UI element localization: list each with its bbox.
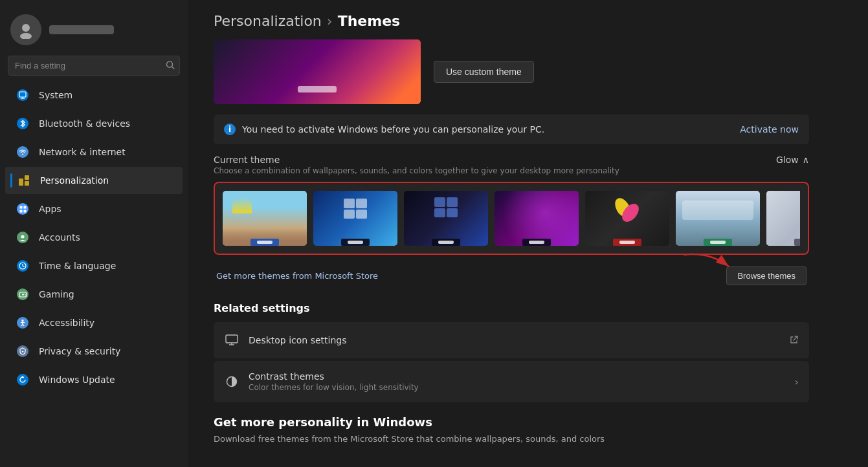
svg-rect-30: [344, 199, 355, 208]
search-input[interactable]: [8, 56, 180, 76]
settings-item-left-desktop: Desktop icon settings: [224, 332, 347, 348]
related-settings-section: Related settings Desktop icon settings: [214, 302, 809, 402]
browse-themes-button[interactable]: Browse themes: [726, 266, 807, 285]
theme-preview-flower: [585, 191, 669, 246]
sidebar-item-update[interactable]: Windows Update: [5, 366, 183, 393]
svg-rect-13: [19, 210, 22, 212]
nav-menu: System Bluetooth & devices: [0, 81, 188, 394]
theme-card-win11[interactable]: [313, 191, 397, 246]
breadcrumb: Personalization › Themes: [214, 13, 809, 29]
current-theme-title: Current theme: [214, 155, 619, 165]
svg-rect-34: [434, 197, 445, 207]
svg-rect-37: [447, 208, 458, 217]
current-theme-action[interactable]: Glow ∧: [776, 155, 809, 165]
taskbar-flower: [613, 239, 641, 246]
sidebar-item-label-accessibility: Accessibility: [39, 318, 95, 328]
current-theme-header: Current theme Choose a combination of wa…: [214, 155, 809, 175]
theme-card-beach[interactable]: [223, 191, 307, 246]
current-theme-title-area: Current theme Choose a combination of wa…: [214, 155, 619, 175]
taskbar-win11: [341, 239, 370, 246]
get-more-themes-text[interactable]: Get more themes from Microsoft Store: [216, 271, 378, 281]
contrast-label: Contrast themes: [249, 371, 419, 382]
svg-rect-9: [25, 175, 29, 180]
taskbar-water: [704, 239, 732, 246]
svg-rect-11: [19, 206, 22, 208]
current-theme-name: Glow: [776, 155, 799, 165]
svg-point-23: [25, 294, 25, 295]
get-personality-title: Get more personality in Windows: [214, 415, 809, 429]
activation-notice-left: i You need to activate Windows before yo…: [224, 124, 544, 135]
get-personality-section: Get more personality in Windows Download…: [214, 415, 809, 444]
svg-rect-8: [19, 179, 23, 186]
taskbar-abstract: [794, 239, 800, 246]
settings-item-desktop-icon[interactable]: Desktop icon settings: [214, 322, 809, 358]
user-profile-area[interactable]: [0, 8, 188, 56]
sidebar-item-privacy[interactable]: Privacy & security: [5, 338, 183, 365]
theme-card-flower[interactable]: [585, 191, 669, 246]
info-icon: i: [224, 124, 236, 135]
sidebar-item-label-bluetooth: Bluetooth & devices: [39, 118, 130, 129]
sidebar: System Bluetooth & devices: [0, 0, 188, 467]
theme-preview-win11: [313, 191, 397, 246]
svg-rect-10: [25, 181, 29, 186]
personalization-icon: [17, 173, 31, 188]
sidebar-item-label-accounts: Accounts: [39, 232, 80, 243]
desktop-icon-label: Desktop icon settings: [249, 335, 347, 345]
breadcrumb-parent[interactable]: Personalization: [214, 13, 322, 29]
sidebar-item-label-update: Windows Update: [39, 375, 115, 385]
get-more-themes-container: Get more themes from Microsoft Store Bro…: [214, 260, 809, 292]
sidebar-item-label-network: Network & internet: [39, 147, 126, 157]
theme-card-water[interactable]: [676, 191, 760, 246]
settings-item-left-contrast: Contrast themes Color themes for low vis…: [224, 371, 419, 392]
svg-rect-12: [23, 206, 26, 208]
settings-item-contrast[interactable]: Contrast themes Color themes for low vis…: [214, 361, 809, 402]
avatar[interactable]: [10, 14, 41, 45]
accounts-icon: [16, 230, 30, 244]
taskbar-beach: [250, 239, 279, 246]
breadcrumb-current: Themes: [338, 13, 401, 29]
browse-themes-area: Browse themes: [726, 266, 807, 285]
time-icon: [16, 259, 30, 273]
sidebar-item-system[interactable]: System: [5, 81, 183, 109]
contrast-text-area: Contrast themes Color themes for low vis…: [249, 371, 419, 392]
taskbar-preview: [298, 86, 337, 92]
use-custom-theme-button[interactable]: Use custom theme: [434, 61, 534, 83]
sidebar-item-time[interactable]: Time & language: [5, 252, 183, 279]
theme-card-abstract[interactable]: [766, 191, 800, 246]
svg-rect-31: [356, 199, 367, 208]
get-personality-text: Download free themes from the Microsoft …: [214, 434, 809, 444]
breadcrumb-separator: ›: [327, 13, 333, 29]
svg-rect-4: [19, 92, 26, 97]
svg-rect-14: [23, 210, 26, 212]
activate-now-link[interactable]: Activate now: [740, 124, 799, 135]
accessibility-icon: [16, 316, 30, 330]
activation-text: You need to activate Windows before you …: [242, 124, 544, 135]
sidebar-item-bluetooth[interactable]: Bluetooth & devices: [5, 110, 183, 137]
sidebar-item-network[interactable]: Network & internet: [5, 138, 183, 166]
theme-card-glow[interactable]: [495, 191, 579, 246]
theme-preview-glow: [495, 191, 579, 246]
sidebar-item-gaming[interactable]: Gaming: [5, 281, 183, 308]
chevron-up-icon: ∧: [803, 155, 809, 165]
system-icon: [16, 88, 30, 102]
sidebar-item-accessibility[interactable]: Accessibility: [5, 309, 183, 336]
svg-line-3: [172, 67, 175, 69]
theme-grid-container: [214, 182, 809, 255]
theme-preview-beach: [223, 191, 307, 246]
svg-line-18: [23, 266, 25, 267]
theme-card-dark[interactable]: [404, 191, 488, 246]
apps-icon: [16, 202, 30, 216]
sidebar-item-personalization[interactable]: Personalization: [5, 167, 183, 194]
svg-point-15: [21, 235, 25, 238]
svg-point-7: [22, 154, 23, 155]
activation-notice: i You need to activate Windows before yo…: [214, 114, 809, 144]
svg-rect-35: [447, 197, 458, 207]
sidebar-item-apps[interactable]: Apps: [5, 195, 183, 223]
desktop-icon: [224, 332, 239, 348]
search-icon-button[interactable]: [166, 60, 175, 71]
sidebar-item-accounts[interactable]: Accounts: [5, 224, 183, 251]
sidebar-item-label-time: Time & language: [39, 261, 116, 271]
svg-rect-36: [434, 208, 445, 217]
sidebar-item-label-gaming: Gaming: [39, 289, 74, 299]
arrow-annotation: [677, 248, 735, 273]
